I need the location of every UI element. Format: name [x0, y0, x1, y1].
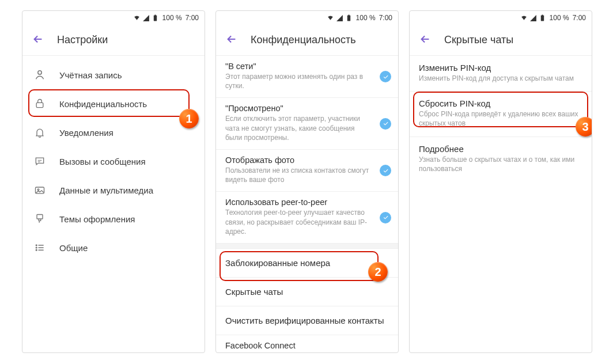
- clock: 7:00: [379, 14, 392, 22]
- battery-percent: 100 %: [162, 14, 182, 22]
- bell-icon: [33, 126, 47, 139]
- media-icon: [33, 183, 47, 197]
- section-separator: [216, 243, 398, 249]
- page-title: Конфиденциальность: [251, 34, 356, 46]
- link-label: Скрытые чаты: [225, 287, 389, 297]
- settings-item-calls[interactable]: Вызовы и сообщения: [22, 147, 205, 176]
- check-icon: [380, 71, 391, 82]
- toggle-desc: Технология peer-to-peer улучшает качеств…: [225, 208, 370, 236]
- settings-item-general[interactable]: Общие: [22, 233, 205, 262]
- item-title: Подробнее: [419, 144, 582, 154]
- hidden-chats-list: Изменить PIN-код Изменить PIN-код для до…: [410, 56, 592, 181]
- privacy-list: "В сети" Этот параметр можно изменять од…: [216, 56, 398, 353]
- settings-item-privacy[interactable]: Конфиденциальность: [22, 89, 205, 118]
- item-change-pin[interactable]: Изменить PIN-код Изменить PIN-код для до…: [410, 56, 592, 92]
- clock: 7:00: [573, 14, 586, 22]
- link-blocked-numbers[interactable]: Заблокированные номера: [216, 249, 398, 278]
- app-bar: Скрытые чаты: [410, 25, 592, 56]
- battery-percent: 100 %: [356, 14, 376, 22]
- settings-item-label: Вызовы и сообщения: [59, 157, 146, 166]
- lock-icon: [33, 97, 47, 111]
- toggle-title: "В сети": [225, 62, 370, 71]
- link-label: Очистить верифицированные контакты: [225, 316, 389, 325]
- svg-point-9: [36, 249, 37, 251]
- check-icon: [380, 212, 391, 223]
- signal-icon: [529, 14, 537, 22]
- back-arrow-icon[interactable]: [32, 33, 44, 48]
- toggle-photo[interactable]: Отображать фото Пользователи не из списк…: [216, 150, 398, 192]
- svg-rect-0: [153, 15, 156, 21]
- toggle-online[interactable]: "В сети" Этот параметр можно изменять од…: [216, 56, 398, 98]
- link-hidden-chats[interactable]: Скрытые чаты: [216, 278, 398, 306]
- settings-item-label: Конфиденциальность: [59, 99, 147, 109]
- clock: 7:00: [186, 14, 199, 22]
- item-desc: Изменить PIN-код для доступа к скрытым ч…: [419, 74, 582, 83]
- toggle-title: Использовать peer-to-peer: [225, 198, 370, 207]
- item-more[interactable]: Подробнее Узнать больше о скрытых чатах …: [410, 137, 592, 181]
- screen-settings: 100 % 7:00 Настройки Учётная запись Конф…: [22, 10, 205, 353]
- item-title: Сбросить PIN-код: [419, 98, 582, 108]
- svg-point-2: [38, 71, 41, 74]
- chat-icon: [33, 154, 47, 168]
- battery-percent: 100 %: [550, 14, 569, 22]
- battery-icon: [539, 14, 546, 22]
- back-arrow-icon[interactable]: [225, 33, 238, 48]
- item-reset-pin[interactable]: Сбросить PIN-код Сброс PIN-кода приведёт…: [410, 92, 592, 136]
- settings-item-label: Учётная запись: [59, 70, 122, 80]
- toggle-desc: Этот параметр можно изменять один раз в …: [225, 72, 370, 90]
- signal-icon: [142, 14, 150, 22]
- link-clear-verified[interactable]: Очистить верифицированные контакты: [216, 306, 398, 335]
- settings-item-media[interactable]: Данные и мультимедиа: [22, 176, 205, 204]
- battery-icon: [152, 14, 159, 22]
- toggle-seen[interactable]: "Просмотрено" Если отключить этот параме…: [216, 98, 398, 150]
- settings-item-account[interactable]: Учётная запись: [22, 60, 205, 89]
- status-bar: 100 % 7:00: [216, 11, 398, 25]
- svg-rect-13: [542, 14, 543, 16]
- toggle-desc: Если отключить этот параметр, участники …: [225, 114, 370, 142]
- page-title: Скрытые чаты: [444, 34, 513, 46]
- settings-list: Учётная запись Конфиденциальность Уведом…: [22, 56, 205, 262]
- toggle-title: Отображать фото: [225, 156, 370, 165]
- check-icon: [380, 165, 391, 176]
- item-title: Изменить PIN-код: [419, 63, 582, 73]
- link-facebook-connect[interactable]: Facebook Connect Нажмите для подключения…: [216, 335, 398, 353]
- link-label: Facebook Connect: [225, 341, 389, 350]
- app-bar: Конфиденциальность: [216, 25, 398, 56]
- app-bar: Настройки: [22, 25, 205, 56]
- wifi-icon: [133, 14, 141, 22]
- svg-rect-12: [540, 15, 543, 21]
- svg-rect-10: [347, 15, 350, 21]
- toggle-desc: Пользователи не из списка контактов смог…: [225, 166, 370, 184]
- svg-rect-1: [154, 14, 156, 16]
- settings-item-notifications[interactable]: Уведомления: [22, 118, 205, 147]
- status-bar: 100 % 7:00: [410, 11, 592, 25]
- status-bar: 100 % 7:00: [22, 11, 205, 25]
- svg-point-7: [36, 245, 37, 246]
- battery-icon: [345, 14, 353, 22]
- screen-hidden-chats: 100 % 7:00 Скрытые чаты Изменить PIN-код…: [409, 10, 592, 353]
- settings-item-label: Уведомления: [59, 128, 113, 138]
- svg-point-5: [37, 189, 39, 191]
- item-desc: Узнать больше о скрытых чатах и о том, к…: [419, 155, 582, 173]
- link-desc: Нажмите для подключения к Facebook: [225, 351, 389, 353]
- toggle-p2p[interactable]: Использовать peer-to-peer Технология pee…: [216, 192, 398, 243]
- settings-item-label: Данные и мультимедиа: [59, 185, 153, 195]
- svg-rect-11: [348, 14, 349, 16]
- settings-item-label: Темы оформления: [59, 214, 135, 224]
- brush-icon: [33, 212, 47, 226]
- settings-item-themes[interactable]: Темы оформления: [22, 204, 205, 233]
- page-title: Настройки: [57, 34, 108, 46]
- svg-rect-6: [37, 215, 43, 219]
- screen-privacy: 100 % 7:00 Конфиденциальность "В сети" Э…: [215, 10, 399, 353]
- wifi-icon: [327, 14, 334, 22]
- check-icon: [380, 118, 391, 130]
- toggle-title: "Просмотрено": [225, 104, 370, 113]
- item-desc: Сброс PIN-кода приведёт к удалению всех …: [419, 109, 582, 128]
- user-icon: [33, 68, 47, 82]
- link-label: Заблокированные номера: [225, 258, 389, 268]
- back-arrow-icon[interactable]: [419, 33, 432, 48]
- svg-point-8: [36, 247, 37, 248]
- signal-icon: [336, 14, 343, 22]
- list-icon: [33, 241, 47, 255]
- settings-item-label: Общие: [59, 243, 88, 253]
